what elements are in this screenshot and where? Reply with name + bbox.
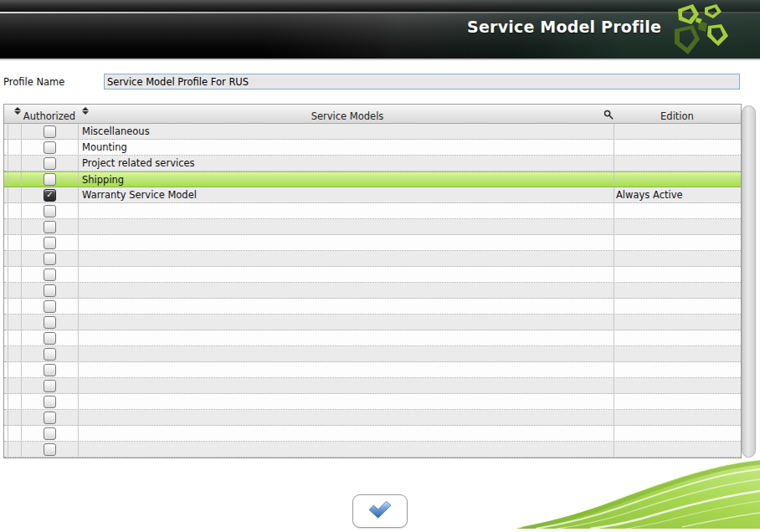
edition-cell <box>614 124 741 139</box>
authorized-cell <box>22 187 79 202</box>
profile-name-input[interactable] <box>104 74 740 90</box>
table-row[interactable]: Miscellaneous <box>4 124 741 140</box>
authorized-checkbox[interactable] <box>44 412 56 424</box>
authorized-checkbox[interactable] <box>44 205 56 217</box>
table-row[interactable]: Project related services <box>4 156 741 171</box>
authorized-checkbox[interactable] <box>44 253 56 265</box>
table-body: Miscellaneous Mounting Project related s… <box>4 124 741 458</box>
service-model-cell <box>79 410 614 425</box>
authorized-checkbox[interactable] <box>44 221 56 233</box>
table-row[interactable] <box>4 426 741 442</box>
service-model-cell <box>79 235 614 250</box>
authorized-checkbox[interactable] <box>44 427 56 440</box>
authorized-checkbox[interactable] <box>44 237 56 249</box>
table-row[interactable]: Mounting <box>4 140 741 156</box>
edition-cell <box>614 426 741 441</box>
authorized-checkbox[interactable] <box>44 173 56 186</box>
service-model-cell <box>79 251 614 266</box>
authorized-cell <box>22 219 79 234</box>
edition-cell <box>614 315 741 330</box>
row-indicator-cell <box>8 187 22 202</box>
authorized-checkbox[interactable] <box>44 316 56 329</box>
authorized-checkbox[interactable] <box>44 141 56 154</box>
service-model-cell <box>79 426 614 441</box>
row-indicator-cell <box>8 140 22 155</box>
authorized-cell <box>22 442 79 457</box>
table-row[interactable] <box>4 362 741 378</box>
row-indicator-cell <box>8 203 22 218</box>
authorized-checkbox[interactable] <box>44 396 56 408</box>
row-indicator-cell <box>8 172 22 187</box>
service-model-table: Authorized Service Models Edition Miscel… <box>3 104 742 458</box>
authorized-checkbox[interactable] <box>44 380 56 392</box>
service-model-cell <box>79 315 614 330</box>
row-indicator-cell <box>8 219 22 234</box>
edition-cell <box>614 346 741 361</box>
edition-cell <box>614 140 741 155</box>
table-row[interactable] <box>4 378 741 394</box>
header-top-strip <box>0 0 760 12</box>
edition-cell <box>614 203 741 218</box>
table-row[interactable] <box>4 299 741 315</box>
authorized-checkbox[interactable] <box>44 348 56 361</box>
green-swoosh-graphic <box>511 458 760 532</box>
authorized-checkbox[interactable] <box>44 300 56 313</box>
confirm-button[interactable] <box>352 494 408 528</box>
row-indicator-cell <box>8 346 22 361</box>
authorized-checkbox[interactable] <box>44 125 56 138</box>
edition-cell <box>614 156 741 171</box>
table-row[interactable] <box>4 235 741 251</box>
authorized-checkbox[interactable] <box>44 157 56 170</box>
table-row[interactable] <box>4 203 741 219</box>
authorized-cell <box>22 378 79 393</box>
table-row[interactable]: Shipping <box>4 171 741 187</box>
row-indicator-cell <box>8 442 22 457</box>
table-row[interactable] <box>4 410 741 426</box>
authorized-cell <box>22 299 79 314</box>
row-indicator-cell <box>8 299 22 314</box>
row-indicator-cell <box>8 378 22 393</box>
edition-cell <box>614 362 741 377</box>
authorized-checkbox[interactable] <box>44 364 56 376</box>
column-header-service-models[interactable]: Service Models <box>80 110 615 122</box>
authorized-cell <box>22 140 79 155</box>
table-row[interactable] <box>4 315 741 330</box>
authorized-cell <box>22 283 79 298</box>
row-indicator-cell <box>8 267 22 282</box>
authorized-checkbox[interactable] <box>44 189 56 202</box>
service-model-cell: Warranty Service Model <box>79 187 614 202</box>
column-header-authorized[interactable]: Authorized <box>18 110 81 122</box>
service-model-cell <box>79 394 614 409</box>
authorized-checkbox[interactable] <box>44 443 56 456</box>
authorized-checkbox[interactable] <box>44 332 56 345</box>
authorized-checkbox[interactable] <box>44 284 56 297</box>
service-model-cell <box>79 299 614 314</box>
row-indicator-cell <box>8 394 22 409</box>
service-model-cell: Miscellaneous <box>79 124 614 139</box>
column-header-edition[interactable]: Edition <box>614 110 740 122</box>
table-row[interactable] <box>4 330 741 346</box>
table-row[interactable] <box>4 267 741 283</box>
row-indicator-cell <box>8 426 22 441</box>
table-row[interactable] <box>4 283 741 299</box>
service-model-cell <box>79 362 614 377</box>
authorized-checkbox[interactable] <box>44 269 56 281</box>
table-row[interactable] <box>4 251 741 267</box>
edition-cell: Always Active <box>614 187 741 202</box>
table-row[interactable] <box>4 346 741 362</box>
table-row[interactable] <box>4 394 741 410</box>
authorized-cell <box>22 426 79 441</box>
table-row[interactable] <box>4 442 741 458</box>
row-indicator-cell <box>8 251 22 266</box>
table-row[interactable]: Warranty Service Model Always Active <box>4 187 741 203</box>
table-row[interactable] <box>4 219 741 235</box>
row-indicator-cell <box>8 330 22 345</box>
row-indicator-cell <box>8 156 22 171</box>
authorized-cell <box>22 124 79 139</box>
row-indicator-cell <box>8 283 22 298</box>
search-icon[interactable] <box>603 108 614 124</box>
edition-cell <box>614 267 741 282</box>
authorized-cell <box>22 267 79 282</box>
vertical-scrollbar[interactable] <box>742 105 756 458</box>
table-header-row: Authorized Service Models Edition <box>4 105 741 124</box>
